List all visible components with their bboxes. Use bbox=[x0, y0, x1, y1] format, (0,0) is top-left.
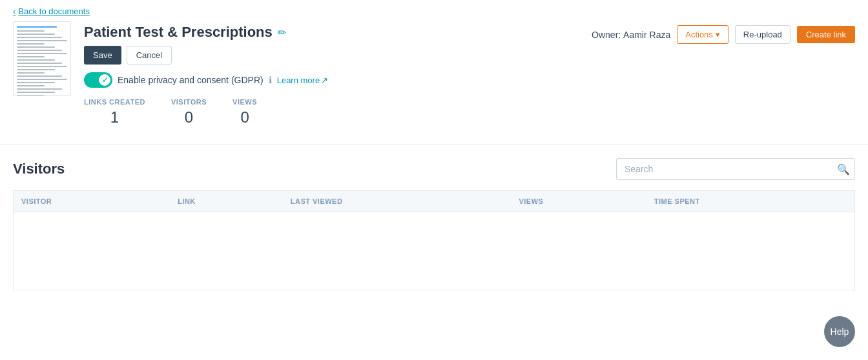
back-link-label: Back to documents bbox=[18, 6, 90, 16]
header-actions: Owner: Aamir Raza Actions ▾ Re-upload Cr… bbox=[592, 21, 855, 44]
create-link-button[interactable]: Create link bbox=[797, 26, 855, 43]
gdpr-row: ✓ Enable privacy and consent (GDPR) ℹ Le… bbox=[84, 72, 328, 88]
save-button[interactable]: Save bbox=[84, 46, 121, 65]
chevron-down-icon: ▾ bbox=[716, 30, 720, 39]
document-title: Patient Test & Prescriptions bbox=[84, 24, 273, 41]
col-time-spent: TIME SPENT bbox=[646, 191, 855, 212]
external-link-icon: ↗ bbox=[321, 75, 328, 85]
owner-name: Aamir Raza bbox=[623, 30, 670, 40]
visitors-table: VISITOR LINK LAST VIEWED VIEWS TIME SPEN… bbox=[13, 190, 855, 290]
doc-title-row: Patient Test & Prescriptions ✏ bbox=[84, 24, 328, 41]
search-icon: 🔍 bbox=[837, 164, 850, 175]
learn-more-link[interactable]: Learn more ↗ bbox=[277, 75, 328, 85]
stat-visitors: VISITORS 0 bbox=[171, 98, 207, 126]
visitors-header: Visitors 🔍 bbox=[13, 158, 855, 180]
col-views: VIEWS bbox=[511, 191, 646, 212]
col-visitor: VISITOR bbox=[14, 191, 170, 212]
actions-button[interactable]: Actions ▾ bbox=[677, 25, 728, 44]
table-header-row: VISITOR LINK LAST VIEWED VIEWS TIME SPEN… bbox=[14, 191, 855, 212]
search-container: 🔍 bbox=[616, 158, 855, 180]
visitors-title: Visitors bbox=[13, 161, 65, 177]
stats-row: LINKS CREATED 1 VISITORS 0 VIEWS 0 bbox=[84, 98, 328, 126]
document-thumbnail bbox=[13, 21, 71, 96]
save-cancel-buttons: Save Cancel bbox=[84, 46, 328, 65]
search-input[interactable] bbox=[616, 158, 855, 180]
edit-title-icon[interactable]: ✏ bbox=[278, 26, 286, 39]
owner-text: Owner: Aamir Raza bbox=[592, 30, 670, 40]
col-link: LINK bbox=[170, 191, 283, 212]
info-icon[interactable]: ℹ bbox=[269, 75, 272, 85]
reupload-button[interactable]: Re-upload bbox=[735, 25, 790, 44]
stat-links-created: LINKS CREATED 1 bbox=[84, 98, 145, 126]
table-empty-row bbox=[14, 212, 855, 290]
gdpr-toggle[interactable]: ✓ bbox=[84, 72, 112, 88]
back-to-documents-link[interactable]: ‹ Back to documents bbox=[0, 0, 103, 21]
bottom-section: Visitors 🔍 VISITOR LINK LAST VIEWED VIEW… bbox=[0, 145, 868, 303]
thumb-title-line bbox=[17, 26, 57, 28]
header-row: Patient Test & Prescriptions ✏ Save Canc… bbox=[13, 21, 855, 126]
stat-views: VIEWS 0 bbox=[232, 98, 257, 126]
left-content: Patient Test & Prescriptions ✏ Save Canc… bbox=[13, 21, 328, 126]
chevron-left-icon: ‹ bbox=[13, 6, 16, 16]
col-last-viewed: LAST VIEWED bbox=[283, 191, 512, 212]
document-info: Patient Test & Prescriptions ✏ Save Canc… bbox=[84, 21, 328, 126]
empty-state bbox=[14, 212, 855, 290]
cancel-button[interactable]: Cancel bbox=[127, 46, 172, 65]
gdpr-label: Enable privacy and consent (GDPR) bbox=[118, 75, 264, 85]
top-section: Patient Test & Prescriptions ✏ Save Canc… bbox=[0, 21, 868, 145]
search-icon-button[interactable]: 🔍 bbox=[837, 163, 850, 175]
